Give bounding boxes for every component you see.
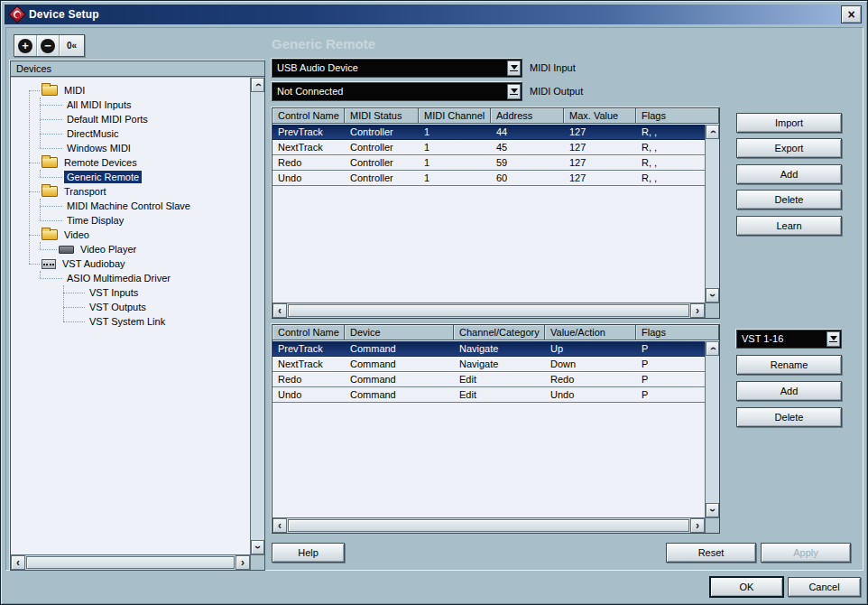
tree-item[interactable]: Windows MIDI [11, 141, 250, 155]
titlebar[interactable]: Device Setup × [5, 5, 863, 24]
column-header[interactable]: MIDI Channel [419, 108, 491, 123]
table-row[interactable]: NextTrack Command Navigate Down P [272, 357, 705, 372]
tree-item[interactable]: Video [11, 228, 250, 242]
help-button[interactable]: Help [272, 543, 345, 563]
scroll-up-icon[interactable]: › [706, 341, 719, 356]
devices-tree: MIDI All MIDI Inputs Default MIDI Ports [11, 78, 250, 554]
learn-button[interactable]: Learn [736, 216, 842, 236]
tree-item[interactable]: VST Inputs [11, 285, 250, 300]
table-row[interactable]: Undo Controller 1 60 127 R, , [272, 171, 705, 186]
scroll-left-icon[interactable]: ‹ [11, 555, 25, 570]
table-body: PrevTrack Command Navigate Up P NextTrac… [272, 341, 705, 517]
table-vertical-scrollbar[interactable]: › › [705, 341, 719, 517]
tree-item[interactable]: VST Outputs [11, 300, 250, 314]
remove-device-button[interactable]: − [37, 35, 60, 56]
tree-item[interactable]: Remote Devices [11, 155, 250, 170]
tree-item[interactable]: ASIO Multimedia Driver [11, 271, 250, 285]
scroll-left-icon[interactable]: ‹ [272, 518, 287, 533]
midi-controls-table: Control Name MIDI Status MIDI Channel Ad… [272, 107, 720, 319]
tree-item[interactable]: Default MIDI Ports [11, 112, 250, 126]
table-row[interactable]: PrevTrack Command Navigate Up P [272, 341, 705, 357]
column-header[interactable]: Flags [636, 108, 719, 123]
tree-item[interactable]: Transport [11, 184, 250, 199]
minus-icon: − [41, 39, 55, 53]
cell-address: 45 [491, 140, 564, 154]
column-header[interactable]: Flags [636, 325, 719, 340]
tree-item-label: Transport [61, 185, 109, 198]
chevron-down-icon[interactable] [507, 60, 521, 76]
column-header[interactable]: Control Name [272, 325, 345, 340]
column-header[interactable]: Control Name [272, 108, 345, 123]
tree-item[interactable]: DirectMusic [11, 126, 250, 141]
cell-control-name: Redo [272, 155, 345, 170]
scroll-up-icon[interactable]: › [706, 125, 719, 139]
reset-button[interactable]: Reset [666, 543, 756, 563]
column-header[interactable]: Channel/Category [454, 325, 545, 340]
command-assignment-table: Control Name Device Channel/Category Val… [272, 324, 720, 534]
column-header[interactable]: Device [345, 325, 454, 340]
table-row[interactable]: Redo Command Edit Redo P [272, 372, 705, 387]
reset-all-button[interactable]: 0« [60, 35, 84, 56]
table-row[interactable]: Undo Command Edit Undo P [272, 387, 705, 403]
column-header[interactable]: Max. Value [564, 108, 636, 123]
chevron-down-icon[interactable] [507, 84, 521, 99]
chevron-down-icon[interactable] [826, 331, 840, 347]
scroll-down-icon[interactable]: › [706, 288, 719, 302]
close-button[interactable]: × [841, 5, 862, 23]
scroll-down-icon[interactable]: › [251, 540, 264, 554]
rename-button[interactable]: Rename [736, 355, 842, 375]
scroll-right-icon[interactable]: › [690, 518, 705, 533]
tree-vertical-scrollbar[interactable]: › › [250, 78, 264, 554]
cell-midi-channel: 1 [419, 155, 491, 170]
tree-horizontal-scrollbar[interactable]: ‹ › [11, 554, 250, 570]
scrollbar-thumb[interactable] [288, 304, 689, 317]
cancel-button[interactable]: Cancel [788, 577, 861, 597]
scroll-right-icon[interactable]: › [690, 303, 705, 318]
apply-label: Apply [793, 547, 818, 558]
cell-control-name: PrevTrack [272, 341, 345, 356]
import-button[interactable]: Import [736, 113, 842, 133]
table-horizontal-scrollbar[interactable]: ‹ › [272, 517, 705, 533]
cell-flags: P [636, 341, 705, 356]
table-vertical-scrollbar[interactable]: › › [705, 125, 719, 302]
tree-item[interactable]: VST Audiobay [11, 256, 250, 271]
scrollbar-thumb[interactable] [288, 519, 689, 532]
device-setup-dialog: Device Setup × + − 0« Devices [0, 0, 868, 605]
device-toolbar: + − 0« [14, 34, 85, 57]
midi-input-select[interactable]: USB Audio Device [272, 59, 522, 78]
column-header[interactable]: Value/Action [545, 325, 636, 340]
table-horizontal-scrollbar[interactable]: ‹ › [272, 302, 705, 318]
bank-select[interactable]: VST 1-16 [736, 330, 842, 349]
bank-add-button[interactable]: Add [736, 381, 842, 401]
scroll-down-icon[interactable]: › [706, 503, 719, 517]
scrollbar-thumb[interactable] [26, 556, 235, 569]
scroll-up-icon[interactable]: › [251, 78, 264, 92]
tree-item-label: VST Outputs [87, 301, 149, 313]
ok-button[interactable]: OK [710, 577, 783, 597]
table-row[interactable]: NextTrack Controller 1 45 127 R, , [272, 140, 705, 155]
add-device-button[interactable]: + [14, 35, 37, 56]
table-row[interactable]: PrevTrack Controller 1 44 127 R, , [272, 125, 705, 140]
table-row[interactable]: Redo Controller 1 59 127 R, , [272, 155, 705, 171]
tree-item[interactable]: MIDI Machine Control Slave [11, 199, 250, 213]
export-button[interactable]: Export [736, 138, 842, 158]
tree-item-icon [59, 246, 74, 254]
bank-delete-button[interactable]: Delete [736, 407, 842, 427]
midi-output-select[interactable]: Not Connected [272, 82, 522, 101]
scrollbar-corner [250, 554, 264, 570]
tree-item[interactable]: Time Display [11, 213, 250, 228]
apply-button[interactable]: Apply [761, 543, 851, 563]
delete-button[interactable]: Delete [736, 190, 842, 209]
column-header[interactable]: Address [491, 108, 564, 123]
tree-item[interactable]: MIDI [11, 83, 250, 98]
tree-item[interactable]: Video Player [11, 242, 250, 256]
cell-max-value: 127 [564, 171, 636, 185]
tree-item[interactable]: Generic Remote [11, 170, 250, 184]
scroll-left-icon[interactable]: ‹ [272, 303, 287, 318]
add-button[interactable]: Add [736, 164, 842, 184]
learn-label: Learn [776, 220, 801, 231]
tree-item[interactable]: All MIDI Inputs [11, 98, 250, 112]
column-header[interactable]: MIDI Status [345, 108, 419, 123]
scroll-right-icon[interactable]: › [235, 555, 250, 570]
tree-item[interactable]: VST System Link [11, 314, 250, 329]
